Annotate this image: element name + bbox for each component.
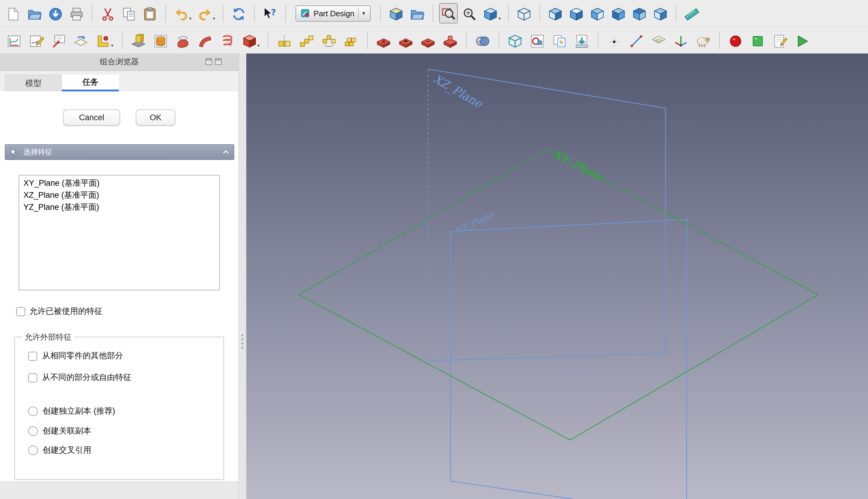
pocket-button[interactable] [375,31,392,50]
refresh-button[interactable] [230,4,248,23]
3d-viewport[interactable]: XZ_PlaneYZ_PlaneXY_Plane [246,53,868,499]
radio-icon[interactable] [28,426,38,436]
view-right-button[interactable] [589,4,606,23]
dropdown-arrow-icon[interactable]: ▾ [111,43,113,49]
feature-list[interactable]: XY_Plane (基准平面)XZ_Plane (基准平面)YZ_Plane (… [18,175,220,290]
splitter-grip-icon[interactable] [241,334,243,349]
copy-button[interactable] [120,4,138,23]
additive-primitive-button[interactable]: ▾ [241,31,261,50]
additive-pipe-button[interactable] [196,31,214,50]
view-axonometric-button[interactable] [516,4,533,23]
additive-loft-button[interactable] [174,31,191,50]
tab-model[interactable]: 模型 [5,75,62,92]
linear-pattern-button[interactable] [298,31,315,50]
macro-edit-button[interactable] [771,31,789,50]
panel-splitter[interactable] [239,53,246,499]
additive-helix-button[interactable] [218,31,236,50]
float-panel-icon[interactable] [205,58,212,65]
undo-button[interactable]: ▾ [172,4,192,23]
tab-tasks[interactable]: 任务 [62,75,119,92]
fit-selection-button[interactable] [461,4,478,23]
redo-button[interactable]: ▾ [196,4,216,23]
toolbar-partdesign: ▾▾ [0,27,868,53]
feature-list-item[interactable]: XZ_Plane (基准平面) [19,190,219,202]
migrate-button[interactable] [573,31,591,50]
macro-record-button[interactable] [727,31,744,50]
ok-button[interactable]: OK [136,109,175,126]
freecad-window: ▾▾?Part Design▾▾ ▾▾ 组合浏览器 模型 任务 Can [0,0,868,499]
subtractive-primitive-button[interactable] [441,31,459,50]
create-group-button[interactable] [408,4,426,23]
new-button[interactable] [5,4,22,23]
toolbar-separator [223,4,224,22]
view-left-button[interactable] [652,4,669,23]
radio-icon[interactable] [28,446,38,455]
feature-list-item[interactable]: YZ_Plane (基准平面) [19,202,219,214]
select-feature-header[interactable]: 选择特征 [5,144,234,160]
datum-plane-button[interactable] [650,31,667,50]
multitransform-button[interactable] [342,31,360,50]
sub-shapebinder-button[interactable] [529,31,546,50]
dropdown-arrow-icon[interactable]: ▾ [257,43,260,49]
external-radio-row[interactable]: 创建交叉引用 [28,445,91,456]
reorient-sketch-button[interactable] [72,31,89,50]
whatsthis-button[interactable]: ? [261,4,279,23]
checkbox-icon[interactable] [28,351,37,361]
collapse-chevron-icon[interactable] [223,150,229,154]
create-sketch-button[interactable] [5,31,23,50]
xy_plane-edges[interactable] [299,149,818,440]
checkbox-icon[interactable] [28,373,37,382]
create-datum-button[interactable]: ▾ [94,31,114,50]
polar-pattern-button[interactable] [320,31,338,50]
cut-button[interactable] [99,4,116,23]
external-checkbox-row[interactable]: 从相同零件的其他部分 [28,351,123,361]
feature-list-item[interactable]: XY_Plane (基准平面) [19,177,219,190]
view-front-button[interactable] [547,4,564,23]
measure-button[interactable] [683,4,701,23]
dock-panel-icon[interactable] [215,58,222,65]
datum-line-button[interactable] [628,31,645,50]
xz_plane-edges[interactable] [427,69,666,361]
view-isometric-button[interactable]: ▾ [482,4,502,23]
shapebinder-button[interactable] [506,31,524,50]
external-checkbox-row[interactable]: 从不同的部分或自由特征 [28,372,131,383]
map-sketch-button[interactable] [50,31,67,50]
dropdown-arrow-icon[interactable]: ▾ [189,16,191,22]
view-rear-button[interactable] [610,4,627,23]
macro-stop-button[interactable] [749,31,767,50]
checkbox-icon[interactable] [16,307,25,316]
local-cs-button[interactable] [672,31,690,50]
3d-scene[interactable]: XZ_PlaneYZ_PlaneXY_Plane [246,53,868,499]
xz_plane-hidden-edge[interactable] [427,69,428,361]
hole-button[interactable] [397,31,414,50]
groove-button[interactable] [419,31,437,50]
view-bottom-button[interactable] [631,4,649,23]
clone-button[interactable] [551,31,568,50]
open-button[interactable] [26,4,43,23]
create-part-button[interactable] [388,4,405,23]
boolean-button[interactable] [474,31,491,50]
dropdown-arrow-icon[interactable]: ▾ [213,16,215,22]
additive-pipe-icon [197,34,212,49]
radio-icon[interactable] [28,406,38,416]
external-radio-row[interactable]: 创建独立副本 (推荐) [28,406,115,417]
edit-sketch-button[interactable] [28,31,45,50]
mirrored-button[interactable] [276,31,293,50]
datum-point-button[interactable] [605,31,623,50]
macro-play-button[interactable] [793,31,811,50]
view-top-button[interactable] [568,4,586,23]
print-button[interactable] [68,4,85,23]
combo-dropdown-icon[interactable]: ▾ [358,8,369,19]
cancel-button[interactable]: Cancel [63,109,120,126]
paste-button[interactable] [141,4,159,23]
pad-button[interactable] [129,31,147,50]
workbench-selector[interactable]: Part Design▾ [295,5,370,21]
revolution-button[interactable] [152,31,169,50]
allow-used-checkbox-row[interactable]: 允许已被使用的特征 [16,306,102,317]
revolution-icon [153,34,168,49]
external-radio-row[interactable]: 创建关联副本 [28,426,91,437]
dropdown-arrow-icon[interactable]: ▾ [499,16,501,22]
sheep-button[interactable] [694,31,712,50]
save-button[interactable] [47,4,64,23]
fit-all-button[interactable] [440,4,457,23]
